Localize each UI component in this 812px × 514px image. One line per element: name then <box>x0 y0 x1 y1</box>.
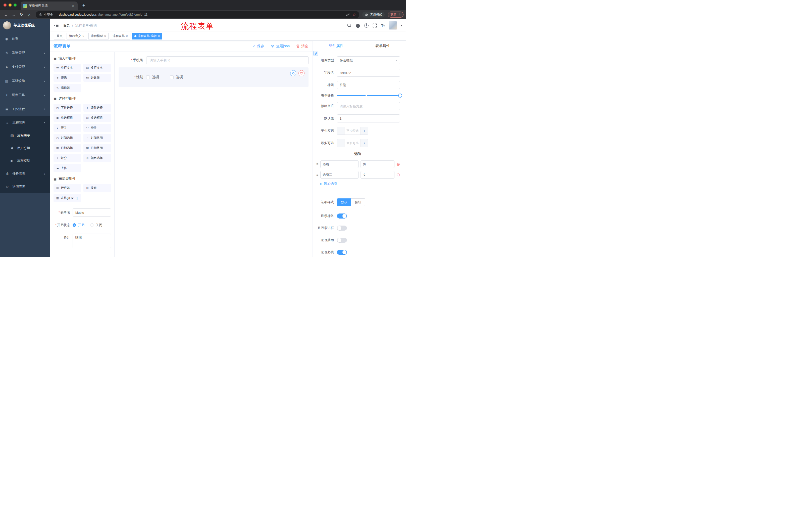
bookmark-star-icon[interactable]: ☆ <box>352 12 356 17</box>
caret-down-icon[interactable]: ▾ <box>401 24 402 27</box>
avatar[interactable] <box>389 21 397 30</box>
search-icon[interactable] <box>347 23 352 28</box>
checkbox-option-2[interactable]: 选项二 <box>170 75 186 79</box>
form-remark-textarea[interactable]: 嘿嘿 <box>72 234 111 248</box>
font-size-icon[interactable]: TT <box>381 23 385 28</box>
palette-item-date-picker[interactable]: ▦日期选择 <box>54 144 81 152</box>
view-json-button[interactable]: 查看json <box>270 44 290 49</box>
palette-item-multi-line-text[interactable]: ▤多行文本 <box>83 64 111 72</box>
forward-button[interactable]: → <box>10 11 17 18</box>
minus-button[interactable]: − <box>337 139 344 147</box>
minus-button[interactable]: − <box>337 127 344 135</box>
slider-handle[interactable] <box>398 93 402 98</box>
style-default-button[interactable]: 默认 <box>337 198 351 206</box>
form-name-input[interactable] <box>72 209 111 217</box>
gender-field-selected[interactable]: *性别 选项一 选项二 <box>119 67 309 87</box>
sidebar-item-dev-tools[interactable]: ✦ 研发工具 ∨ <box>0 88 50 102</box>
github-icon[interactable] <box>355 23 360 28</box>
palette-item-counter[interactable]: 123计数器 <box>83 74 111 82</box>
zoom-window-button[interactable] <box>13 3 17 6</box>
status-radio-off[interactable]: 关闭 <box>90 223 102 227</box>
remove-option-icon[interactable]: ⊖ <box>397 173 400 177</box>
border-switch[interactable] <box>337 225 347 231</box>
show-label-switch[interactable] <box>337 214 347 218</box>
checkbox-option-1[interactable]: 选项一 <box>146 75 163 79</box>
back-button[interactable]: ← <box>2 11 9 18</box>
browser-menu-update-button[interactable]: 更新 ⋮ <box>388 11 404 18</box>
option-value-input[interactable] <box>360 171 395 179</box>
palette-item-table[interactable]: ▦表格[开发中] <box>54 194 81 202</box>
palette-item-cascader[interactable]: ⋔级联选择 <box>83 104 111 112</box>
save-button[interactable]: ✓ 保存 <box>253 44 264 49</box>
sidebar-item-user-group[interactable]: ☻ 用户分组 <box>0 142 50 154</box>
close-icon[interactable]: × <box>104 34 106 38</box>
sidebar-item-infrastructure[interactable]: ▤ 基础设施 ∨ <box>0 74 50 88</box>
close-icon[interactable]: × <box>82 34 84 38</box>
palette-item-password[interactable]: ∗密码 <box>54 74 81 82</box>
palette-item-rate[interactable]: ☆评分 <box>54 154 81 162</box>
link-icon[interactable] <box>313 51 318 56</box>
option-label-input[interactable] <box>320 160 358 168</box>
tag-process-form[interactable]: 流程表单 × <box>110 33 130 39</box>
field-name-input[interactable] <box>337 69 400 77</box>
sidebar-item-workflow[interactable]: ≣ 工作流程 ∧ <box>0 102 50 116</box>
drag-handle-icon[interactable]: ≡ <box>316 162 318 166</box>
tag-process-definition[interactable]: 流程定义 × <box>66 33 87 39</box>
security-label[interactable]: 不安全 <box>44 12 53 17</box>
phone-input[interactable] <box>146 56 309 64</box>
sidebar-item-process-management[interactable]: ≡ 流程管理 ∧ <box>0 116 50 129</box>
phone-field[interactable]: *手机号 <box>119 56 309 64</box>
style-button-button[interactable]: 按钮 <box>351 198 365 206</box>
palette-item-upload[interactable]: ☁上传 <box>54 164 81 172</box>
hamburger-icon[interactable] <box>54 23 59 28</box>
option-value-input[interactable] <box>360 160 395 168</box>
min-select-value[interactable]: 至少应选 <box>344 127 360 135</box>
close-icon[interactable]: × <box>158 34 160 38</box>
sidebar-item-home[interactable]: ◉ 首页 <box>0 32 50 46</box>
tag-process-model[interactable]: 流程模型 × <box>88 33 109 39</box>
url-bar[interactable]: 不安全 dashboard.yudao.iocoder.cn/bpm/manag… <box>36 11 359 18</box>
clear-button[interactable]: 清空 <box>296 44 308 49</box>
palette-item-time-picker[interactable]: ◷时间选择 <box>54 134 81 142</box>
component-type-select[interactable]: 多选框组 ▾ <box>337 56 400 64</box>
password-key-icon[interactable] <box>346 13 350 17</box>
status-radio-on[interactable]: 开启 <box>72 223 84 227</box>
palette-item-single-line-text[interactable]: ▭单行文本 <box>54 64 81 72</box>
palette-item-switch[interactable]: ◐开关 <box>54 124 81 132</box>
title-input[interactable] <box>337 81 400 89</box>
breadcrumb-home[interactable]: 首页 <box>63 23 70 28</box>
sidebar-item-payment[interactable]: ¥ 支付管理 ∨ <box>0 60 50 74</box>
tab-form-props[interactable]: 表单属性 <box>359 41 406 51</box>
home-button[interactable]: ⌂ <box>26 11 33 18</box>
delete-component-button[interactable] <box>298 70 304 76</box>
tag-home[interactable]: 首页 <box>54 33 65 39</box>
palette-item-slider[interactable]: ⊷滑块 <box>83 124 111 132</box>
sidebar-item-process-model[interactable]: ▶ 流程模型 <box>0 154 50 167</box>
default-value-input[interactable] <box>337 114 400 123</box>
fullscreen-icon[interactable] <box>372 23 377 28</box>
palette-item-date-range[interactable]: ▩日期范围 <box>83 144 111 152</box>
palette-item-select[interactable]: ◎下拉选择 <box>54 104 81 112</box>
close-icon[interactable]: × <box>126 34 128 38</box>
drag-handle-icon[interactable]: ≡ <box>316 173 318 177</box>
max-select-value[interactable]: 最多可选 <box>344 139 360 147</box>
browser-tab[interactable]: 芋道管理系统 × <box>21 1 78 10</box>
help-icon[interactable]: ? <box>364 23 369 28</box>
palette-item-checkbox-group[interactable]: ☑多选框组 <box>83 114 111 122</box>
palette-item-button[interactable]: ⊞按钮 <box>83 184 111 192</box>
plus-button[interactable]: + <box>360 139 368 147</box>
grid-slider[interactable] <box>337 93 400 98</box>
label-width-input[interactable] <box>337 102 400 110</box>
tab-component-props[interactable]: 组件属性 <box>313 41 359 51</box>
palette-item-time-range[interactable]: ◔时间范围 <box>83 134 111 142</box>
new-tab-button[interactable]: + <box>80 2 87 9</box>
close-window-button[interactable] <box>3 3 6 6</box>
form-canvas[interactable]: *手机号 <box>115 52 313 257</box>
sidebar-item-system[interactable]: ✳ 系统管理 ∨ <box>0 46 50 60</box>
palette-item-editor[interactable]: ✎编辑器 <box>54 84 81 92</box>
sidebar-item-task-management[interactable]: ⋔ 任务管理 ∨ <box>0 167 50 180</box>
required-switch[interactable] <box>337 250 347 255</box>
reload-button[interactable]: ↻ <box>18 11 25 18</box>
tab-close-icon[interactable]: × <box>71 4 75 8</box>
sidebar-item-process-form[interactable]: ▤ 流程表单 <box>0 129 50 142</box>
